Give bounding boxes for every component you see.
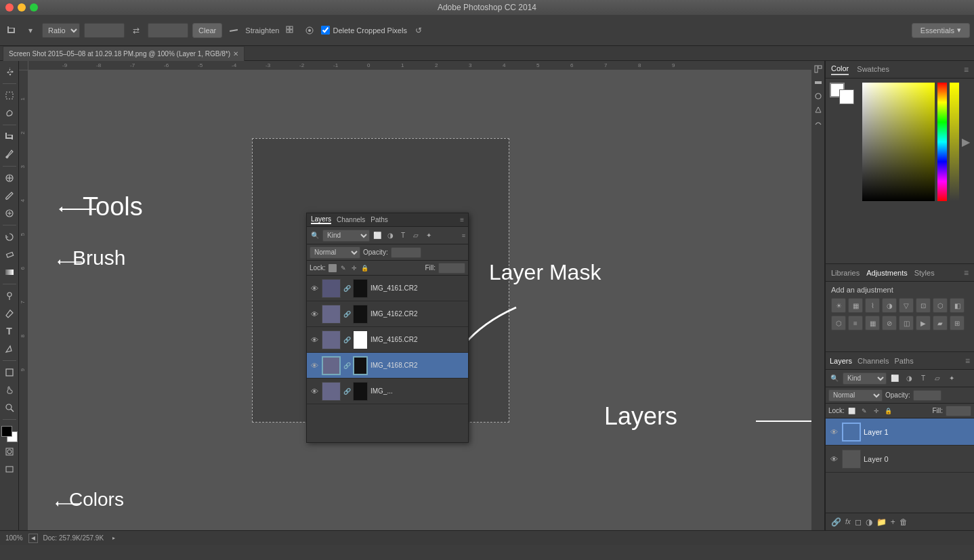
fl-search-icon[interactable]: 🔍 xyxy=(310,230,320,241)
fl-lock-all[interactable]: 🔒 xyxy=(361,264,369,272)
footer-link-icon[interactable]: 🔗 xyxy=(831,517,841,527)
layer0-eye[interactable]: 👁 xyxy=(828,454,839,465)
fl-opacity-input[interactable]: 100% xyxy=(391,247,421,258)
channels-tab-right[interactable]: Channels xyxy=(857,357,889,365)
fl-lock-move[interactable]: ✛ xyxy=(350,264,358,272)
healing-tool[interactable] xyxy=(1,170,18,186)
paths-tab-right[interactable]: Paths xyxy=(895,357,914,365)
adjustments-tab[interactable]: Adjustments xyxy=(866,269,908,277)
swatches-tab[interactable]: Swatches xyxy=(857,65,889,74)
adj-vibrance[interactable]: ▽ xyxy=(899,298,914,313)
paths-tab-small[interactable]: Paths xyxy=(370,216,388,223)
rp-icon-1[interactable] xyxy=(813,64,824,74)
layers-menu[interactable]: ≡ xyxy=(965,356,970,366)
layers-filter-smart[interactable]: ✦ xyxy=(946,372,958,385)
screen-mode-tool[interactable] xyxy=(1,461,18,477)
adj-colorlookup[interactable]: ▦ xyxy=(865,316,880,330)
file-tab[interactable]: Screen Shot 2015–05–08 at 10.29.18 PM.pn… xyxy=(3,46,245,61)
lock-all-icon[interactable]: 🔒 xyxy=(884,406,893,416)
channels-tab-small[interactable]: Channels xyxy=(337,216,365,223)
layer-row-3[interactable]: 👁 🔗 IMG_4168.CR2 xyxy=(307,353,468,379)
fl-smart-icon[interactable]: ✦ xyxy=(423,230,434,241)
layer-eye-0[interactable]: 👁 xyxy=(310,284,319,293)
layer-row-4[interactable]: 👁 🔗 IMG_... xyxy=(307,379,468,404)
color-panel-menu[interactable]: ≡ xyxy=(964,65,969,74)
background-swatch[interactable] xyxy=(839,89,854,104)
dodge-tool[interactable] xyxy=(1,288,18,304)
rp-icon-2[interactable] xyxy=(813,77,824,88)
fl-kind-select[interactable]: Kind xyxy=(322,230,370,242)
footer-mask-icon[interactable]: ◻ xyxy=(855,517,862,527)
layers-filter-type[interactable]: T xyxy=(917,372,929,385)
footer-delete-icon[interactable]: 🗑 xyxy=(899,517,908,527)
libraries-tab[interactable]: Libraries xyxy=(831,269,860,277)
rp-icon-4[interactable] xyxy=(813,104,824,115)
quick-mask-tool[interactable] xyxy=(1,444,18,460)
fl-lock-pos[interactable]: ✎ xyxy=(339,264,347,272)
close-button[interactable] xyxy=(5,3,14,12)
layer-eye-1[interactable]: 👁 xyxy=(310,309,319,319)
adj-threshold[interactable]: ▶ xyxy=(916,316,931,330)
adj-posterize[interactable]: ◫ xyxy=(899,316,914,330)
adj-hsl[interactable]: ⊡ xyxy=(916,298,931,313)
reset-icon[interactable]: ↺ xyxy=(411,23,426,38)
adj-menu[interactable]: ≡ xyxy=(964,268,969,278)
foreground-background-colors[interactable] xyxy=(1,426,18,442)
text-tool[interactable]: T xyxy=(1,323,18,339)
color-hue-strip[interactable] xyxy=(937,83,947,201)
footer-fx-icon[interactable]: fx xyxy=(845,518,851,525)
path-select-tool[interactable] xyxy=(1,341,18,357)
close-tab-icon[interactable]: ✕ xyxy=(233,50,238,58)
swap-icon[interactable]: ⇄ xyxy=(129,23,144,38)
adj-invert[interactable]: ⊘ xyxy=(882,316,897,330)
straighten-icon[interactable] xyxy=(226,23,241,38)
color-gradient[interactable] xyxy=(862,83,935,201)
layers-kind-select[interactable]: Kind xyxy=(843,372,887,385)
adj-photofilter[interactable]: ⬡ xyxy=(831,316,846,330)
fl-shape-icon[interactable]: ▱ xyxy=(410,230,421,241)
adj-selectivecolor[interactable]: ⊞ xyxy=(950,316,965,330)
layer-row-0[interactable]: 👁 🔗 IMG_4161.CR2 xyxy=(307,276,468,301)
fl-type-icon[interactable]: T xyxy=(398,230,408,241)
color-alpha-strip[interactable] xyxy=(950,83,959,201)
layers-filter-adj[interactable]: ◑ xyxy=(903,372,915,385)
tool-options-icon[interactable]: ▾ xyxy=(23,23,38,38)
lock-move-icon[interactable]: ✛ xyxy=(872,406,881,416)
ratio-select[interactable]: Ratio xyxy=(42,23,80,38)
adj-curves[interactable]: ⌇ xyxy=(865,298,880,313)
color-tab[interactable]: Color xyxy=(831,64,849,75)
layers-opacity-input[interactable]: 100% xyxy=(913,390,941,401)
essentials-button[interactable]: Essentials ▾ xyxy=(912,23,970,38)
layer-row-main-1[interactable]: 👁 Layer 1 xyxy=(826,418,974,446)
layers-tab-right[interactable]: Layers xyxy=(830,357,852,365)
layer1-eye[interactable]: 👁 xyxy=(828,427,839,437)
footer-folder-icon[interactable]: 📁 xyxy=(876,517,887,527)
pen-tool[interactable] xyxy=(1,305,18,322)
fl-fill-input[interactable]: 100% xyxy=(438,263,465,274)
adj-bw[interactable]: ◧ xyxy=(950,298,965,313)
adj-exposure[interactable]: ◑ xyxy=(882,298,897,313)
adj-brightness[interactable]: ☀ xyxy=(831,298,846,313)
crop-icon[interactable] xyxy=(4,23,19,38)
layer-row-2[interactable]: 👁 🔗 IMG_4165.CR2 xyxy=(307,327,468,353)
foreground-color-box[interactable] xyxy=(1,426,12,437)
fl-pixel-icon[interactable]: ⬜ xyxy=(372,230,383,241)
layer-eye-3[interactable]: 👁 xyxy=(310,361,319,370)
footer-adj-icon[interactable]: ◑ xyxy=(866,517,872,527)
clear-button[interactable]: Clear xyxy=(192,23,222,38)
shape-tool[interactable] xyxy=(1,364,18,381)
clone-tool[interactable] xyxy=(1,205,18,221)
fl-blend-select[interactable]: Normal xyxy=(310,246,360,259)
layers-filter-shape[interactable]: ▱ xyxy=(931,372,944,385)
marquee-tool[interactable] xyxy=(1,87,18,104)
rp-icon-5[interactable] xyxy=(813,118,824,129)
delete-cropped-checkbox[interactable] xyxy=(321,26,330,35)
history-tool[interactable] xyxy=(1,229,18,245)
panel-close[interactable]: ≡ xyxy=(460,216,464,223)
rp-icon-3[interactable] xyxy=(813,91,824,102)
fl-menu[interactable]: ≡ xyxy=(462,232,465,239)
minimize-button[interactable] xyxy=(18,3,26,12)
layer-row-1[interactable]: 👁 🔗 IMG_4162.CR2 xyxy=(307,301,468,327)
move-tool[interactable] xyxy=(1,64,18,80)
height-input[interactable] xyxy=(148,23,188,38)
